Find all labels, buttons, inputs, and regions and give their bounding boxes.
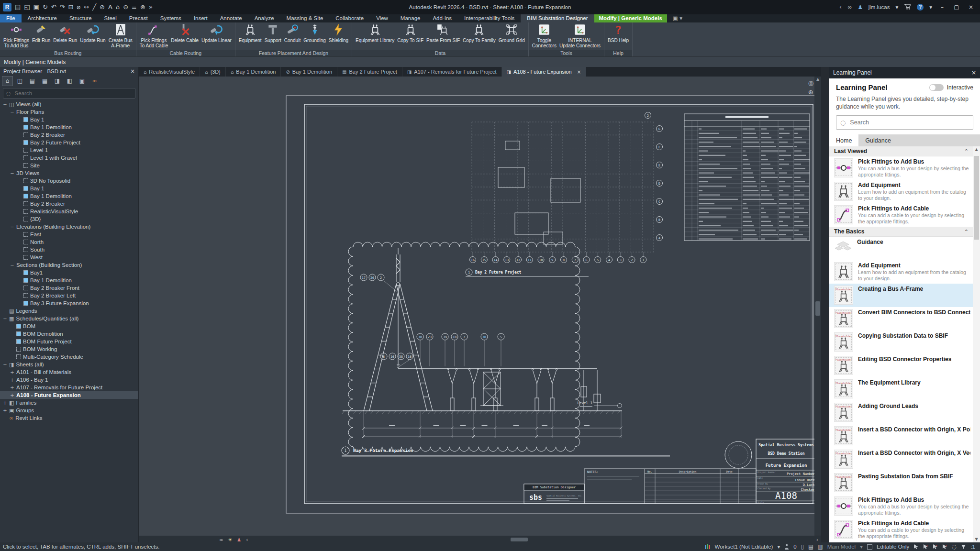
scroll-right-icon[interactable]: ›: [816, 537, 821, 542]
browser-tree-item[interactable]: {3D}: [0, 215, 138, 223]
sync-icon[interactable]: ↻: [43, 3, 48, 11]
measure-icon[interactable]: ⌀: [77, 3, 81, 11]
modify-context-chip[interactable]: Modify | Generic Models: [594, 14, 667, 22]
ribbon-button-internal-update-connectors[interactable]: INTERNAL Update Connectors: [558, 23, 601, 48]
sheets-icon[interactable]: ◨: [52, 76, 63, 86]
horizontal-scroll-thumb[interactable]: [511, 538, 528, 541]
ribbon-tab-manage[interactable]: Manage: [394, 14, 427, 22]
ribbon-tab-bim-substation-designer[interactable]: BIM Substation Designer: [521, 14, 594, 22]
ribbon-button-equipment[interactable]: Equipment: [238, 23, 263, 43]
ribbon-tab-analyze[interactable]: Analyze: [248, 14, 280, 22]
steering-wheel-icon[interactable]: ◎: [808, 79, 813, 87]
collapse-icon[interactable]: −: [10, 224, 14, 230]
ribbon-tab-interoperability-tools[interactable]: Interoperability Tools: [458, 14, 521, 22]
search-binoculars-icon[interactable]: ∞: [847, 4, 852, 11]
learning-section-header[interactable]: The Basics⌃: [829, 227, 980, 237]
browser-tree-item[interactable]: −◨Sheets (all): [0, 361, 138, 368]
browser-tree-item[interactable]: BOM: [0, 322, 138, 330]
browser-tree-item[interactable]: Bay 1: [0, 116, 138, 123]
interactive-toggle[interactable]: [929, 84, 944, 91]
learning-panel-close-icon[interactable]: ×: [971, 69, 976, 76]
more-tools-icon[interactable]: »: [149, 3, 153, 11]
design-option-edit-icon[interactable]: ▥: [818, 543, 823, 550]
design-option-list-icon[interactable]: ▤: [808, 543, 813, 550]
tag-icon[interactable]: ⊘: [100, 3, 105, 11]
browser-tree-item[interactable]: Bay 2 Breaker: [0, 200, 138, 208]
expand-icon[interactable]: +: [3, 400, 7, 406]
browser-tree-item[interactable]: −◫Views (all): [0, 100, 138, 108]
browser-tree-item[interactable]: Multi-Category Schedule: [0, 353, 138, 361]
ribbon-tab-file[interactable]: File: [0, 14, 22, 22]
learning-item[interactable]: Add EquipmentLearn how to add an equipme…: [829, 260, 980, 284]
drag-on-selection-icon[interactable]: ◌: [952, 543, 957, 550]
expand-icon[interactable]: +: [10, 370, 14, 375]
panel-splitter[interactable]: [821, 67, 829, 542]
legends-icon[interactable]: ▤: [27, 76, 38, 86]
views-icon[interactable]: ◫: [14, 76, 25, 86]
select-link-icon[interactable]: [913, 544, 919, 550]
ribbon-tab-precast[interactable]: Precast: [123, 14, 154, 22]
view-tab-realisticvisualstyle[interactable]: ⌂RealisticVisualStyle: [139, 67, 200, 77]
ribbon-tab-structure[interactable]: Structure: [63, 14, 98, 22]
record-menu-icon[interactable]: ▣ ▾: [667, 14, 688, 22]
thin-lines-icon[interactable]: ≡: [132, 3, 137, 11]
requests-icon[interactable]: ▯: [801, 543, 804, 550]
browser-tree-item[interactable]: Level 1 with Gravel: [0, 154, 138, 162]
learning-item[interactable]: PlaceholderThe Equipment Library: [829, 377, 980, 401]
scroll-up-icon[interactable]: ▲: [973, 147, 980, 152]
ribbon-tab-insert[interactable]: Insert: [188, 14, 214, 22]
view-tab--3d-[interactable]: ⌂{3D}: [200, 67, 226, 77]
ribbon-button-bsd-help[interactable]: ?BSD Help: [607, 23, 630, 43]
browser-tree-item[interactable]: +A101 - Bill of Materials: [0, 368, 138, 376]
project-browser-search[interactable]: ◌: [3, 88, 135, 99]
view-tab-a108-future-expansion[interactable]: ◨A108 - Future Expansion×: [502, 67, 587, 77]
close-icon[interactable]: ×: [967, 4, 975, 11]
help-icon[interactable]: ?: [917, 4, 924, 11]
view-tab-close-icon[interactable]: ×: [577, 69, 581, 75]
learning-item[interactable]: PlaceholderCopying Substation Data to SB…: [829, 331, 980, 354]
learning-item[interactable]: PlaceholderInsert a BSD Connector with O…: [829, 448, 980, 471]
browser-tree-item[interactable]: ∞Revit Links: [0, 414, 138, 422]
collapse-icon[interactable]: −: [10, 171, 14, 176]
expand-icon[interactable]: +: [3, 408, 7, 413]
learning-item[interactable]: PlaceholderEditing BSD Connector Propert…: [829, 354, 980, 377]
ribbon-button-ground-grid[interactable]: Ground Grid: [498, 23, 526, 43]
browser-tree-item[interactable]: South: [0, 246, 138, 253]
collapse-icon[interactable]: −: [3, 362, 7, 367]
collapse-icon[interactable]: −: [10, 110, 14, 115]
ribbon-button-pick-fittings-to-add-cable[interactable]: Pick Fittings To Add Cable: [139, 23, 169, 48]
view-tab-bay-1-demolition[interactable]: ⌂Bay 1 Demolition: [226, 67, 281, 77]
scroll-down-icon[interactable]: ▼: [973, 537, 980, 541]
collapse-chevron-icon[interactable]: ‹: [246, 537, 248, 542]
browser-tree-item[interactable]: +A107 - Removals for Future Project: [0, 384, 138, 391]
browser-tree-item[interactable]: −3D Views: [0, 169, 138, 177]
families-icon[interactable]: ◧: [64, 76, 75, 86]
ribbon-tab-collaborate[interactable]: Collaborate: [329, 14, 370, 22]
browser-tree-item[interactable]: −Elevations (Building Elevation): [0, 223, 138, 231]
ribbon-tab-add-ins[interactable]: Add-Ins: [426, 14, 458, 22]
project-browser-close-icon[interactable]: ×: [130, 68, 135, 75]
browser-tree-item[interactable]: +◧Families: [0, 399, 138, 407]
restore-icon[interactable]: ▢: [952, 4, 961, 11]
ribbon-button-edit-run[interactable]: Edit Run: [31, 23, 51, 43]
editable-only-checkbox[interactable]: [867, 544, 872, 550]
browser-tree-item[interactable]: Bay 1 Demolition: [0, 192, 138, 200]
browser-tree-item[interactable]: Bay 1 Demolition: [0, 123, 138, 131]
ribbon-tab-architecture[interactable]: Architecture: [22, 14, 63, 22]
learning-item[interactable]: PlaceholderConvert BIM Connectors to BSD…: [829, 307, 980, 331]
browser-tree-item[interactable]: 3D No Toposolid: [0, 177, 138, 185]
select-face-icon[interactable]: ×: [942, 544, 947, 550]
ribbon-button-grounding[interactable]: Grounding: [302, 23, 327, 43]
design-option-menu-icon[interactable]: ▾: [860, 543, 863, 550]
learning-item[interactable]: Pick Fittings to Add CableYou can add a …: [829, 518, 980, 541]
redo-icon[interactable]: ↷: [60, 3, 65, 11]
help-menu-icon[interactable]: ▾: [929, 4, 932, 11]
learning-section-header[interactable]: Last Viewed⌃: [829, 146, 980, 156]
browser-tree-item[interactable]: Bay 1: [0, 185, 138, 192]
vertical-scrollbar[interactable]: ▲: [814, 77, 821, 536]
close-hidden-windows-icon[interactable]: ⊗: [140, 3, 145, 11]
learning-item[interactable]: PlaceholderPasting Substation Data from …: [829, 471, 980, 495]
schedules-icon[interactable]: ▦: [39, 76, 50, 86]
horizontal-scrollbar[interactable]: [277, 536, 808, 543]
browser-tree-item[interactable]: Bay 2 Future Project: [0, 139, 138, 146]
